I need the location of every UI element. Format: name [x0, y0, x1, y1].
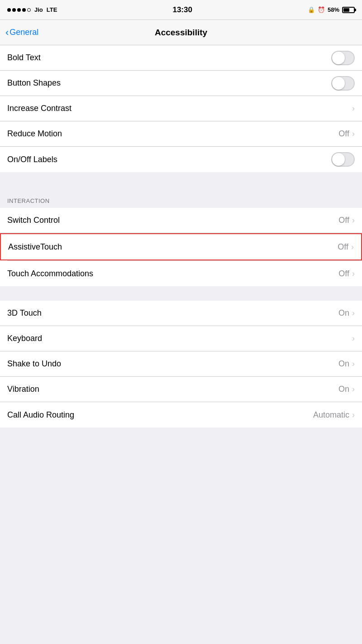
row-right-keyboard: ›	[352, 334, 355, 343]
status-right: 🔒 ⏰ 58%	[308, 6, 355, 13]
row-right-vibration: On ›	[338, 384, 355, 394]
toggle-bold-text[interactable]	[331, 51, 355, 65]
row-bold-text[interactable]: Bold Text	[0, 45, 362, 71]
row-touch-accommodations[interactable]: Touch Accommodations Off ›	[0, 261, 362, 286]
signal-dot-3	[17, 8, 21, 12]
value-vibration: On	[338, 384, 349, 394]
nav-bar: ‹ General Accessibility	[0, 20, 362, 45]
toggle-button-shapes[interactable]	[331, 76, 355, 91]
row-button-shapes[interactable]: Button Shapes	[0, 71, 362, 96]
battery-body	[342, 7, 355, 13]
settings-content: Bold Text Button Shapes Increase Contras…	[0, 45, 362, 428]
chevron-keyboard: ›	[352, 334, 355, 343]
battery-fill	[343, 8, 349, 12]
value-reduce-motion: Off	[338, 129, 349, 139]
row-assistive-touch[interactable]: AssistiveTouch Off ›	[1, 234, 361, 260]
value-touch-accommodations: Off	[338, 269, 349, 279]
chevron-assistive-touch: ›	[351, 242, 354, 252]
lock-icon: 🔒	[308, 6, 315, 13]
label-shake-to-undo: Shake to Undo	[7, 359, 61, 369]
row-assistive-touch-highlight[interactable]: AssistiveTouch Off ›	[0, 233, 362, 260]
label-increase-contrast: Increase Contrast	[7, 104, 71, 113]
toggle-knob-button-shapes	[332, 77, 345, 90]
row-reduce-motion[interactable]: Reduce Motion Off ›	[0, 121, 362, 147]
row-right-shake-to-undo: On ›	[338, 359, 355, 369]
signal-dot-5	[27, 8, 31, 12]
label-assistive-touch: AssistiveTouch	[8, 242, 62, 252]
label-call-audio-routing: Call Audio Routing	[7, 410, 74, 420]
chevron-touch-accommodations: ›	[352, 269, 355, 279]
row-right-switch-control: Off ›	[338, 216, 355, 225]
section-interaction: Switch Control Off › AssistiveTouch Off …	[0, 208, 362, 286]
row-right-reduce-motion: Off ›	[338, 129, 355, 139]
spacer-before-other	[0, 286, 362, 301]
carrier-name: Jio	[34, 6, 43, 13]
row-switch-control[interactable]: Switch Control Off ›	[0, 208, 362, 233]
row-keyboard[interactable]: Keyboard ›	[0, 326, 362, 351]
row-right-3d-touch: On ›	[338, 308, 355, 318]
status-left: Jio LTE	[7, 6, 57, 13]
label-3d-touch: 3D Touch	[7, 308, 42, 318]
chevron-call-audio-routing: ›	[352, 410, 355, 420]
value-3d-touch: On	[338, 308, 349, 318]
value-call-audio-routing: Automatic	[313, 410, 349, 420]
row-on-off-labels[interactable]: On/Off Labels	[0, 147, 362, 172]
back-label: General	[10, 28, 38, 37]
status-bar: Jio LTE 13:30 🔒 ⏰ 58%	[0, 0, 362, 20]
section-header-interaction: INTERACTION	[0, 187, 362, 208]
network-type: LTE	[47, 6, 57, 13]
signal-dot-2	[12, 8, 16, 12]
back-chevron-icon: ‹	[5, 28, 9, 38]
row-right-call-audio-routing: Automatic ›	[313, 410, 355, 420]
chevron-switch-control: ›	[352, 216, 355, 225]
back-button[interactable]: ‹ General	[5, 28, 38, 38]
battery-percent: 58%	[328, 6, 339, 13]
label-on-off-labels: On/Off Labels	[7, 155, 57, 164]
signal-dots	[7, 8, 31, 12]
label-keyboard: Keyboard	[7, 334, 42, 343]
value-shake-to-undo: On	[338, 359, 349, 369]
row-right-increase-contrast: ›	[352, 104, 355, 113]
chevron-shake-to-undo: ›	[352, 359, 355, 369]
chevron-increase-contrast: ›	[352, 104, 355, 113]
label-vibration: Vibration	[7, 384, 39, 394]
section-display: Bold Text Button Shapes Increase Contras…	[0, 45, 362, 172]
page-title: Accessibility	[155, 28, 207, 38]
label-switch-control: Switch Control	[7, 216, 60, 225]
row-right-touch-accommodations: Off ›	[338, 269, 355, 279]
row-shake-to-undo[interactable]: Shake to Undo On ›	[0, 351, 362, 377]
status-time: 13:30	[172, 5, 192, 14]
label-button-shapes: Button Shapes	[7, 78, 61, 88]
value-switch-control: Off	[338, 216, 349, 225]
section-other: 3D Touch On › Keyboard › Shake to Undo O…	[0, 301, 362, 428]
alarm-icon: ⏰	[318, 6, 325, 13]
row-right-assistive-touch: Off ›	[338, 242, 354, 252]
row-vibration[interactable]: Vibration On ›	[0, 377, 362, 402]
chevron-reduce-motion: ›	[352, 129, 355, 139]
label-touch-accommodations: Touch Accommodations	[7, 269, 93, 279]
row-3d-touch[interactable]: 3D Touch On ›	[0, 301, 362, 326]
label-reduce-motion: Reduce Motion	[7, 129, 62, 139]
toggle-knob-on-off-labels	[332, 153, 345, 166]
toggle-knob-bold-text	[332, 52, 345, 64]
value-assistive-touch: Off	[338, 242, 348, 252]
chevron-3d-touch: ›	[352, 308, 355, 318]
toggle-on-off-labels[interactable]	[331, 152, 355, 167]
row-call-audio-routing[interactable]: Call Audio Routing Automatic ›	[0, 402, 362, 428]
row-increase-contrast[interactable]: Increase Contrast ›	[0, 96, 362, 121]
signal-dot-1	[7, 8, 11, 12]
battery-icon	[342, 7, 355, 13]
signal-dot-4	[22, 8, 26, 12]
label-bold-text: Bold Text	[7, 53, 41, 62]
chevron-vibration: ›	[352, 384, 355, 394]
spacer-before-interaction	[0, 172, 362, 187]
